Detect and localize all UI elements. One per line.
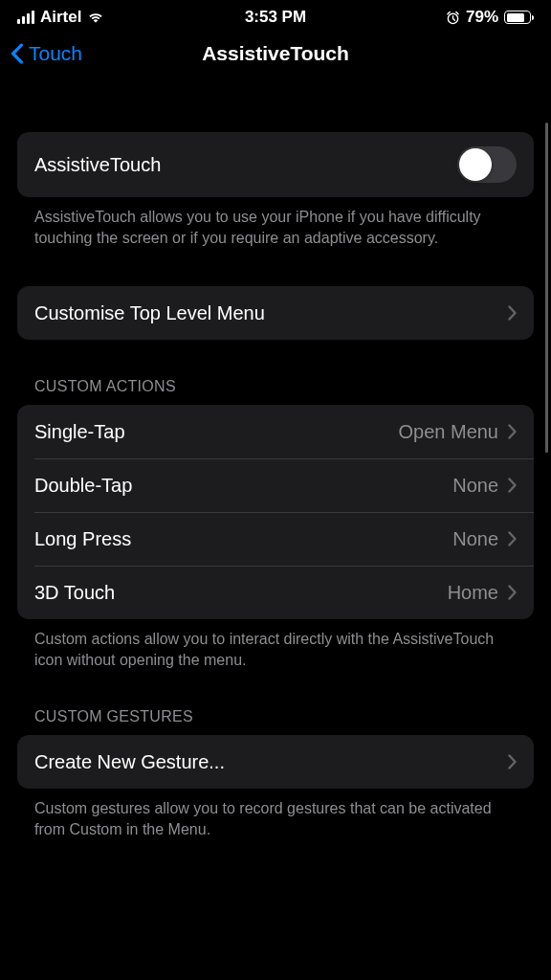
nav-bar: Touch AssistiveTouch bbox=[0, 31, 551, 78]
row-value: None bbox=[452, 528, 498, 550]
chevron-right-icon bbox=[508, 478, 517, 493]
alarm-icon bbox=[446, 11, 460, 25]
long-press-row[interactable]: Long Press None bbox=[17, 512, 534, 566]
chevron-right-icon bbox=[508, 585, 517, 600]
toggle-knob bbox=[459, 148, 492, 181]
battery-icon bbox=[504, 11, 534, 24]
customise-top-level-menu-row[interactable]: Customise Top Level Menu bbox=[17, 286, 534, 340]
row-value: Open Menu bbox=[398, 421, 498, 443]
status-right: 79% bbox=[446, 8, 534, 27]
battery-percent: 79% bbox=[466, 8, 498, 27]
row-value: None bbox=[452, 475, 498, 497]
create-new-gesture-row[interactable]: Create New Gesture... bbox=[17, 735, 534, 789]
back-label: Touch bbox=[29, 42, 82, 65]
chevron-right-icon bbox=[508, 424, 517, 439]
row-label: AssistiveTouch bbox=[34, 154, 161, 176]
row-label: Long Press bbox=[34, 528, 131, 550]
double-tap-row[interactable]: Double-Tap None bbox=[17, 458, 534, 512]
content-scroll[interactable]: AssistiveTouch AssistiveTouch allows you… bbox=[0, 78, 551, 968]
chevron-left-icon bbox=[10, 43, 25, 64]
single-tap-row[interactable]: Single-Tap Open Menu bbox=[17, 405, 534, 458]
assistivetouch-toggle[interactable] bbox=[457, 146, 517, 183]
3d-touch-row[interactable]: 3D Touch Home bbox=[17, 566, 534, 619]
wifi-icon bbox=[87, 11, 104, 24]
row-label: Create New Gesture... bbox=[34, 751, 225, 773]
cellular-signal-icon bbox=[17, 11, 34, 24]
section-header: CUSTOM ACTIONS bbox=[17, 378, 534, 405]
status-left: Airtel bbox=[17, 8, 104, 27]
status-bar: Airtel 3:53 PM 79% bbox=[0, 0, 551, 31]
scrollbar[interactable] bbox=[545, 122, 548, 453]
carrier-label: Airtel bbox=[40, 8, 81, 27]
row-label: Single-Tap bbox=[34, 421, 125, 443]
row-label: Double-Tap bbox=[34, 475, 132, 497]
assistivetouch-toggle-row[interactable]: AssistiveTouch bbox=[17, 132, 534, 197]
chevron-right-icon bbox=[508, 305, 517, 321]
row-value: Home bbox=[448, 582, 498, 604]
section-header: CUSTOM GESTURES bbox=[17, 708, 534, 735]
chevron-right-icon bbox=[508, 531, 517, 546]
page-title: AssistiveTouch bbox=[202, 42, 349, 65]
footer-text: Custom actions allow you to interact dir… bbox=[17, 619, 534, 670]
footer-text: Custom gestures allow you to record gest… bbox=[17, 789, 534, 839]
row-label: 3D Touch bbox=[34, 582, 115, 604]
chevron-right-icon bbox=[508, 754, 517, 769]
row-label: Customise Top Level Menu bbox=[34, 302, 265, 324]
clock: 3:53 PM bbox=[245, 8, 306, 27]
footer-text: AssistiveTouch allows you to use your iP… bbox=[17, 197, 534, 248]
back-button[interactable]: Touch bbox=[10, 42, 82, 65]
